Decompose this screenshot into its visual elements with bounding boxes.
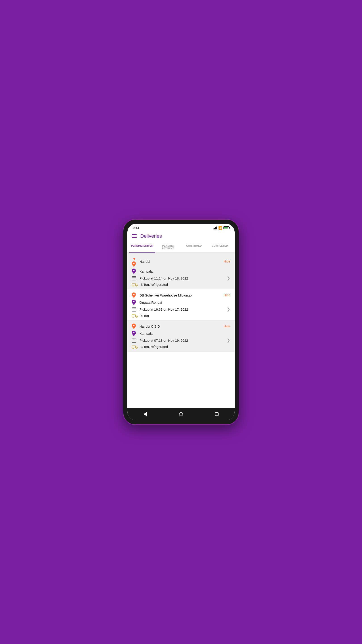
- tabs-container: PENDING DRIVER PENDING PAYMENT CONFIRMED…: [127, 242, 235, 253]
- calendar-icon: [132, 276, 137, 280]
- bottom-nav: [127, 408, 235, 420]
- origin-pin-icon: [132, 324, 137, 329]
- to-location-row: Ongata Rongai: [132, 300, 230, 305]
- calendar-icon: [132, 307, 137, 312]
- to-location-row: Kampala: [132, 268, 230, 274]
- from-location-name: Nairobi: [139, 260, 150, 264]
- to-location-name: Ongata Rongai: [139, 300, 162, 304]
- dest-pin-icon: [132, 300, 137, 305]
- from-location-row: DB Schenker Warehouse Mlolongo: [132, 292, 224, 298]
- hide-button[interactable]: Hide: [224, 324, 230, 328]
- tab-confirmed[interactable]: CONFIRMED: [181, 242, 207, 252]
- svg-rect-0: [132, 276, 136, 280]
- to-location-row: Kampala: [132, 331, 230, 336]
- dest-pin-icon: [132, 268, 137, 274]
- menu-button[interactable]: [132, 234, 137, 238]
- delivery-to-row: Kampala: [132, 268, 230, 274]
- chevron-right-icon[interactable]: ❯: [227, 307, 230, 312]
- pickup-time: Pickup at 11:14 on Nov 18, 2022: [139, 276, 188, 280]
- delivery-card: Nairobi C B D Hide Kampala: [127, 320, 235, 352]
- to-location-name: Kampala: [139, 332, 153, 336]
- truck-icon: [132, 282, 138, 286]
- phone-shell: 9:41 📶 Deliveries: [123, 219, 239, 425]
- pickup-time: Pickup at 19:38 on Nov 17, 2022: [139, 308, 188, 311]
- hide-button[interactable]: Hide: [224, 260, 230, 263]
- delivery-from-row: Nairobi C B D Hide: [132, 324, 230, 329]
- truck-row: 5 Ton: [132, 314, 230, 318]
- app-header: Deliveries: [127, 231, 235, 242]
- truck-row: 3 Ton, refrigerated: [132, 344, 230, 348]
- dest-pin-icon: [132, 331, 137, 336]
- tab-completed[interactable]: COMPLETED: [207, 242, 233, 252]
- origin-pin-icon: ▾: [132, 256, 137, 267]
- home-button[interactable]: [178, 411, 184, 417]
- pickup-row: Pickup at 19:38 on Nov 17, 2022 ❯: [132, 307, 230, 312]
- origin-pin-icon: [132, 292, 137, 298]
- truck-type: 3 Ton, refrigerated: [141, 345, 168, 348]
- svg-rect-11: [132, 314, 136, 317]
- svg-rect-14: [132, 339, 136, 342]
- from-location-name: DB Schenker Warehouse Mlolongo: [139, 294, 192, 297]
- svg-rect-18: [132, 346, 136, 348]
- pickup-left: Pickup at 11:14 on Nov 18, 2022: [132, 276, 188, 280]
- pickup-row: Pickup at 11:14 on Nov 18, 2022 ❯: [132, 276, 230, 281]
- to-location-name: Kampala: [139, 270, 153, 273]
- truck-type: 5 Ton: [141, 314, 149, 318]
- status-bar: 9:41 📶: [127, 224, 235, 231]
- deliveries-list: ▾ Nairobi Hide Kampala: [127, 253, 235, 408]
- page-title: Deliveries: [140, 233, 162, 239]
- truck-type: 3 Ton, refrigerated: [141, 283, 168, 286]
- delivery-to-row: Ongata Rongai: [132, 300, 230, 305]
- truck-icon: [132, 344, 138, 348]
- truck-row: 3 Ton, refrigerated: [132, 282, 230, 286]
- chevron-right-icon[interactable]: ❯: [227, 276, 230, 281]
- pickup-row: Pickup at 07:18 on Nov 19, 2022 ❯: [132, 338, 230, 343]
- battery-icon: [223, 226, 229, 229]
- delivery-to-row: Kampala: [132, 331, 230, 336]
- wifi-icon: 📶: [218, 226, 222, 230]
- hide-button[interactable]: Hide: [224, 294, 230, 297]
- back-button[interactable]: [142, 411, 148, 417]
- status-time: 9:41: [133, 226, 139, 230]
- delivery-card: DB Schenker Warehouse Mlolongo Hide Onga…: [127, 289, 235, 320]
- pickup-left: Pickup at 07:18 on Nov 19, 2022: [132, 338, 188, 342]
- svg-rect-4: [132, 284, 136, 286]
- from-location-row: Nairobi C B D: [132, 324, 224, 329]
- svg-rect-7: [132, 308, 136, 311]
- delivery-from-row: ▾ Nairobi Hide: [132, 256, 230, 267]
- delivery-from-row: DB Schenker Warehouse Mlolongo Hide: [132, 292, 230, 298]
- chevron-right-icon[interactable]: ❯: [227, 338, 230, 343]
- calendar-icon: [132, 338, 137, 342]
- tab-pending-payment[interactable]: PENDING PAYMENT: [155, 242, 181, 252]
- phone-screen: 9:41 📶 Deliveries: [127, 224, 235, 420]
- from-location-name: Nairobi C B D: [139, 324, 160, 328]
- truck-icon: [132, 314, 138, 318]
- tab-pending-driver[interactable]: PENDING DRIVER: [129, 242, 155, 252]
- pickup-time: Pickup at 07:18 on Nov 19, 2022: [139, 338, 188, 342]
- recents-button[interactable]: [214, 411, 220, 417]
- delivery-card: ▾ Nairobi Hide Kampala: [127, 253, 235, 289]
- signal-icon: [213, 226, 217, 230]
- pickup-left: Pickup at 19:38 on Nov 17, 2022: [132, 307, 188, 312]
- status-icons: 📶: [213, 226, 229, 230]
- from-location-row: ▾ Nairobi: [132, 256, 224, 267]
